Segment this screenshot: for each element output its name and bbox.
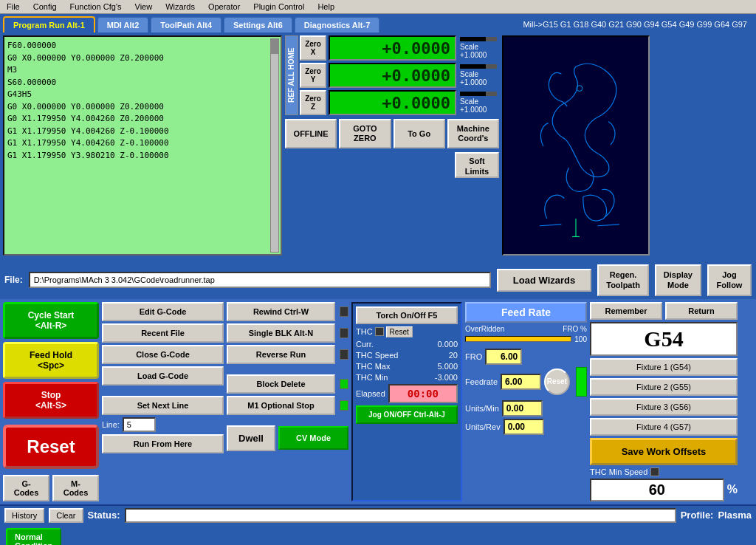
menu-file[interactable]: File bbox=[4, 1, 22, 12]
speed-indicator bbox=[576, 367, 587, 397]
overridden-row: OverRidden FRO % bbox=[465, 325, 587, 333]
menu-view[interactable]: View bbox=[133, 1, 155, 12]
file-path-input[interactable] bbox=[29, 272, 491, 288]
menu-config[interactable]: Config bbox=[31, 1, 59, 12]
menu-plugin-control[interactable]: Plugin Control bbox=[251, 1, 306, 12]
thc-label: THC bbox=[356, 327, 373, 336]
main-area: F60.000000 G0 X0.000000 Y0.000000 Z0.200… bbox=[0, 32, 756, 261]
units-rev-row: Units/Rev bbox=[465, 419, 587, 435]
file-row: File: Load Wizards Regen. Toolpath Displ… bbox=[0, 261, 756, 299]
feed-hold-button[interactable]: Feed Hold<Spc> bbox=[3, 342, 99, 379]
stop-button[interactable]: Stop<Alt-S> bbox=[3, 382, 99, 419]
thc-indicator bbox=[375, 327, 384, 336]
units-min-label: Units/Min bbox=[465, 404, 499, 413]
tab-diagnostics[interactable]: Diagnostics Alt-7 bbox=[295, 17, 379, 32]
tab-settings[interactable]: Settings Alt6 bbox=[224, 17, 292, 32]
load-gcode-button[interactable]: Load G-Code bbox=[102, 366, 224, 385]
fro-bar-fill bbox=[466, 337, 571, 341]
menu-wizards[interactable]: Wizards bbox=[163, 1, 197, 12]
elapsed-row: Elapsed 00:00 bbox=[356, 384, 458, 403]
set-next-line-button[interactable]: Set Next Line bbox=[102, 396, 224, 415]
fro-bar-row: 100 bbox=[465, 335, 587, 343]
single-blk-button[interactable]: Single BLK Alt-N bbox=[227, 323, 335, 343]
save-work-offsets-button[interactable]: Save Work Offsets bbox=[590, 438, 738, 465]
jog-follow-button[interactable]: Jog Follow bbox=[707, 264, 752, 296]
z-axis-display: +0.0000 bbox=[329, 90, 456, 115]
soft-limits-button[interactable]: Soft Limits bbox=[455, 152, 499, 178]
cycle-start-button[interactable]: Cycle Start<Alt-R> bbox=[3, 302, 99, 339]
status-line-text: Mill->G15 G1 G18 G40 G21 G90 G94 G54 G49… bbox=[382, 17, 753, 32]
units-rev-input[interactable] bbox=[504, 419, 544, 435]
offline-button[interactable]: OFFLINE bbox=[285, 119, 337, 148]
line-value-input[interactable] bbox=[123, 417, 156, 432]
tab-bar: Program Run Alt-1 MDI Alt2 ToolPath Alt4… bbox=[0, 14, 756, 32]
units-min-input[interactable] bbox=[502, 400, 543, 417]
fro-field-input[interactable] bbox=[485, 349, 522, 365]
zero-y-button[interactable]: ZeroY bbox=[300, 63, 326, 88]
units-area: Units/Min Units/Rev bbox=[465, 400, 587, 435]
g-codes-button[interactable]: G-Codes bbox=[3, 475, 49, 501]
zero-x-button[interactable]: ZeroX bbox=[300, 35, 326, 61]
remember-button[interactable]: Remember bbox=[590, 302, 662, 320]
cv-mode-button[interactable]: CV Mode bbox=[278, 426, 348, 450]
file-label: File: bbox=[4, 275, 23, 285]
status-label: Status: bbox=[88, 510, 120, 521]
units-rev-label: Units/Rev bbox=[465, 422, 501, 431]
curr-row: Curr. 0.000 bbox=[356, 340, 458, 349]
dwell-button[interactable]: Dwell bbox=[227, 425, 275, 451]
menu-function-cfgs[interactable]: Function Cfg's bbox=[68, 1, 124, 12]
edit-gcode-button[interactable]: Edit G-Code bbox=[102, 302, 224, 321]
x-scale-value: +1.0000 bbox=[460, 51, 487, 59]
tab-toolpath[interactable]: ToolPath Alt4 bbox=[151, 17, 221, 32]
fixture1-button[interactable]: Fixture 1 (G54) bbox=[590, 358, 738, 376]
m-codes-button[interactable]: M-Codes bbox=[52, 475, 99, 501]
y-scale-text: Scale bbox=[460, 70, 478, 78]
fixture2-button[interactable]: Fixture 2 (G55) bbox=[590, 378, 738, 396]
recent-file-button[interactable]: Recent File bbox=[102, 323, 224, 343]
machine-coords-button[interactable]: Machine Coord's bbox=[447, 119, 499, 148]
g54-display: G54 bbox=[590, 322, 738, 356]
zero-z-button[interactable]: ZeroZ bbox=[300, 90, 326, 115]
thc-reset-button[interactable]: Reset bbox=[386, 326, 413, 337]
tab-mdi[interactable]: MDI Alt2 bbox=[97, 17, 149, 32]
x-scale-box: Scale +1.0000 bbox=[458, 35, 499, 61]
thc-min-speed-row: THC Min Speed bbox=[590, 467, 738, 476]
right-mid-controls: Rewind Ctrl-W Single BLK Alt-N Reverse R… bbox=[227, 302, 348, 501]
feedrate-input[interactable] bbox=[501, 374, 541, 390]
clear-button[interactable]: Clear bbox=[49, 508, 83, 523]
torch-button[interactable]: Torch On/Off F5 bbox=[356, 306, 458, 324]
to-go-button[interactable]: To Go bbox=[394, 119, 445, 148]
block-delete-button[interactable]: Block Delete bbox=[227, 374, 335, 394]
rewind-button[interactable]: Rewind Ctrl-W bbox=[227, 302, 335, 321]
regen-toolpath-button[interactable]: Regen. Toolpath bbox=[597, 264, 649, 296]
feedrate-reset-button[interactable]: Reset bbox=[544, 369, 570, 395]
gcode-panel[interactable]: F60.000000 G0 X0.000000 Y0.000000 Z0.200… bbox=[3, 35, 282, 256]
close-gcode-button[interactable]: Close G-Code bbox=[102, 345, 224, 364]
fixture3-button[interactable]: Fixture 3 (G56) bbox=[590, 398, 738, 416]
fixture4-button[interactable]: Fixture 4 (G57) bbox=[590, 418, 738, 436]
goto-zero-button[interactable]: GOTO ZERO bbox=[339, 119, 391, 148]
ref-all-home-label: REF ALL HOME bbox=[285, 35, 298, 115]
m1-optional-button[interactable]: M1 Optional Stop bbox=[227, 396, 335, 415]
display-mode-button[interactable]: Display Mode bbox=[655, 264, 701, 296]
reverse-run-button[interactable]: Reverse Run bbox=[227, 345, 335, 364]
line-row: Line: bbox=[102, 417, 224, 432]
gcode-scrollbar[interactable] bbox=[270, 38, 279, 253]
thc-max-label: THC Max bbox=[356, 362, 390, 371]
return-button[interactable]: Return bbox=[665, 302, 738, 320]
jog-button[interactable]: Jog ON/OFF Ctrl-Alt-J bbox=[356, 405, 458, 424]
z-scale-value: +1.0000 bbox=[460, 106, 487, 114]
single-blk-indicator bbox=[340, 328, 348, 338]
menu-help[interactable]: Help bbox=[315, 1, 337, 12]
run-from-here-button[interactable]: Run From Here bbox=[102, 434, 224, 453]
elapsed-label: Elapsed bbox=[356, 389, 385, 398]
reset-large-button[interactable]: Reset bbox=[3, 425, 99, 469]
status-value bbox=[125, 508, 676, 523]
thc-min-speed-input[interactable] bbox=[590, 479, 724, 501]
profile-value: Plasma bbox=[718, 510, 752, 521]
menu-operator[interactable]: Operator bbox=[206, 1, 242, 12]
history-button[interactable]: History bbox=[4, 508, 44, 523]
load-wizards-button[interactable]: Load Wizards bbox=[497, 269, 591, 292]
tab-program-run[interactable]: Program Run Alt-1 bbox=[3, 16, 95, 32]
cnc-viewer bbox=[502, 35, 650, 256]
